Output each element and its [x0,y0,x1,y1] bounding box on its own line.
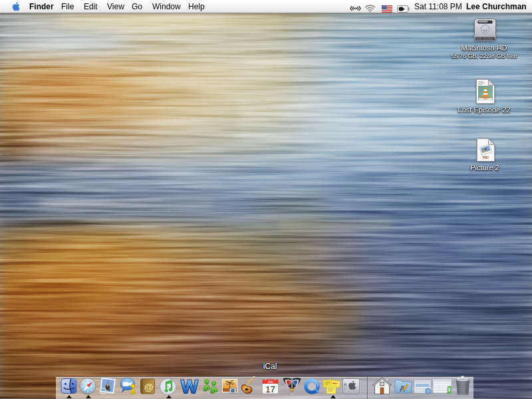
svg-text:PDF: PDF [483,156,489,160]
svg-text:July: July [267,380,273,384]
svg-text:AVI: AVI [483,98,487,100]
svg-text:17: 17 [265,384,275,394]
svg-text:@: @ [144,382,154,392]
